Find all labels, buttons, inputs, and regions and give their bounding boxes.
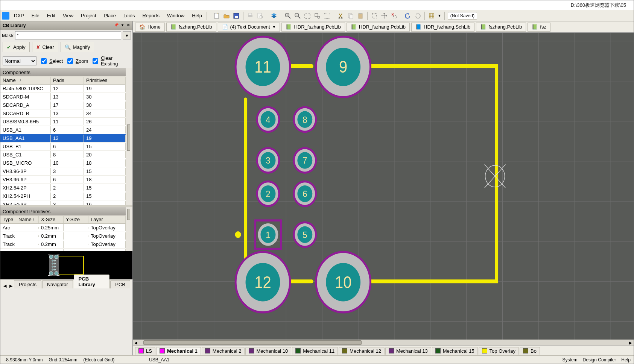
magnify-button[interactable]: 🔍Magnify: [61, 42, 94, 52]
layer-tab[interactable]: Mechanical 11: [292, 347, 338, 355]
new-icon[interactable]: [213, 12, 220, 20]
status-component: USB_AA1: [149, 357, 169, 362]
menu-project[interactable]: Project: [77, 11, 100, 20]
open-icon[interactable]: [223, 12, 230, 20]
menu-file[interactable]: File: [28, 11, 43, 20]
move-icon[interactable]: [380, 12, 388, 20]
primitives-table[interactable]: Type Name / X-Size Y-Size Layer Arc0.25m…: [0, 215, 126, 251]
layer-tab[interactable]: Bo: [520, 347, 540, 355]
layers-icon[interactable]: [270, 12, 278, 20]
table-row[interactable]: Track0.2mmTopOverlay: [0, 240, 126, 249]
apply-button[interactable]: ✔Apply: [3, 42, 30, 52]
zoom-sel-icon[interactable]: [323, 12, 331, 20]
primitives-scrollbar[interactable]: [126, 207, 132, 251]
table-row[interactable]: SDCARD-M1330: [0, 93, 126, 101]
save-icon[interactable]: [233, 12, 240, 20]
document-tab[interactable]: 📗HDR_fszhang.PcbLib: [281, 23, 345, 32]
mode-select[interactable]: Normal: [3, 56, 36, 65]
pcb-canvas[interactable]: 11 9 12 10 4 3 2 1 8 7 6 5 ◀ ▶: [133, 33, 634, 346]
pad-10: 10: [315, 251, 371, 313]
zoom-window-icon[interactable]: [313, 12, 321, 20]
table-row[interactable]: USB_A1624: [0, 126, 126, 134]
table-row[interactable]: VH3.96-3P315: [0, 167, 126, 176]
tab-projects[interactable]: Projects: [14, 280, 41, 288]
table-row[interactable]: XH2.54-2PH215: [0, 192, 126, 200]
document-tab[interactable]: 📗fszhang.PcbLib: [166, 23, 216, 32]
close-icon[interactable]: ✕: [126, 22, 131, 27]
layer-tab[interactable]: Top Overlay: [479, 347, 519, 355]
document-tab[interactable]: 📗fszhang.PcbLib: [476, 23, 526, 32]
svg-rect-21: [350, 15, 353, 19]
status-help[interactable]: Help: [621, 357, 631, 362]
tab-scroll-left[interactable]: ◀: [2, 284, 8, 288]
table-row[interactable]: USB/SM0.8-6H51126: [0, 118, 126, 126]
tab-pcb-library[interactable]: PCB Library: [74, 275, 110, 288]
layer-tab[interactable]: LS: [135, 347, 155, 355]
layer-tab[interactable]: Mechanical 13: [385, 347, 431, 355]
document-tab[interactable]: 🏠Home: [135, 23, 165, 32]
cut-icon[interactable]: [337, 12, 345, 20]
table-row[interactable]: SDCARD_B1334: [0, 109, 126, 118]
paste-icon[interactable]: [357, 12, 364, 20]
layer-tab[interactable]: Mechanical 12: [339, 347, 385, 355]
components-table[interactable]: Name / Pads Primitives RJ45-5803-10P8C12…: [0, 76, 126, 205]
table-row[interactable]: USB_AA11219: [0, 134, 126, 143]
table-row[interactable]: RJ45-5803-10P8C1219: [0, 85, 126, 93]
menu-tools[interactable]: Tools: [120, 11, 138, 20]
menu-view[interactable]: View: [59, 11, 77, 20]
document-tab[interactable]: 📗HDR_fszhang.PcbLib: [347, 23, 410, 32]
menu-window[interactable]: Window: [163, 11, 188, 20]
table-row[interactable]: USB_C1820: [0, 151, 126, 159]
svg-point-37: [55, 255, 58, 259]
menu-drop-icon[interactable]: ▾: [120, 22, 125, 27]
components-header: Components: [0, 68, 126, 76]
status-design-compiler[interactable]: Design Compiler: [583, 357, 616, 362]
menu-edit[interactable]: Edit: [43, 11, 59, 20]
menu-place[interactable]: Place: [100, 11, 120, 20]
document-tab[interactable]: 📗fsz: [528, 23, 550, 32]
table-row[interactable]: XH2.54-3P316: [0, 200, 126, 205]
zoom-fit-icon[interactable]: [304, 12, 311, 20]
document-tab[interactable]: 📘HDR_fszhang.SchLib: [411, 23, 474, 32]
grid-icon[interactable]: [428, 12, 435, 20]
table-row[interactable]: USB_MICRO1018: [0, 159, 126, 167]
menu-help[interactable]: Help: [188, 11, 206, 20]
layer-tab[interactable]: Mechanical 2: [202, 347, 245, 355]
layer-tab[interactable]: Mechanical 10: [245, 347, 291, 355]
pin-icon[interactable]: 📌: [114, 22, 119, 27]
table-row[interactable]: SDCARD_A1730: [0, 101, 126, 109]
status-system[interactable]: System: [563, 357, 578, 362]
canvas-scrollbar-h[interactable]: ◀ ▶: [133, 340, 634, 346]
tab-navigator[interactable]: Navigator: [42, 280, 73, 288]
tab-scroll-right[interactable]: ▶: [8, 284, 14, 288]
print-icon[interactable]: [246, 12, 254, 20]
table-row[interactable]: XH2.54-2P215: [0, 184, 126, 192]
undo-icon[interactable]: [404, 12, 412, 20]
tab-pcb[interactable]: PCB: [110, 280, 130, 288]
layer-tab[interactable]: Mechanical 1: [156, 347, 201, 355]
menu-reports[interactable]: Reports: [138, 11, 163, 20]
mask-input[interactable]: [15, 31, 121, 39]
table-row[interactable]: Track0.2mmTopOverlay: [0, 232, 126, 240]
table-row[interactable]: Arc0.25mmTopOverlay: [0, 224, 126, 232]
redo-icon[interactable]: [414, 12, 421, 20]
zoom-out-icon[interactable]: [294, 12, 301, 20]
copy-icon[interactable]: [347, 12, 354, 20]
menu-dxp[interactable]: DXP: [10, 11, 28, 20]
zoom-in-icon[interactable]: [284, 12, 292, 20]
layer-tab[interactable]: Mechanical 15: [432, 347, 478, 355]
zoom-checkbox[interactable]: Zoom: [66, 57, 88, 65]
deselect-icon[interactable]: [390, 12, 398, 20]
mask-dropdown[interactable]: ▾: [123, 31, 131, 39]
grid-dropdown-icon[interactable]: ▼: [438, 14, 441, 18]
select-checkbox[interactable]: Select: [40, 57, 63, 65]
table-row[interactable]: VH3.96-6P618: [0, 176, 126, 184]
table-row[interactable]: USB_B1615: [0, 143, 126, 151]
clear-existing-checkbox[interactable]: Clear Existing: [91, 55, 130, 67]
clear-button[interactable]: ✘Clear: [32, 42, 58, 52]
not-saved-label[interactable]: (Not Saved): [448, 12, 477, 20]
select-rect-icon[interactable]: [371, 12, 378, 20]
print-preview-icon[interactable]: [256, 12, 264, 20]
document-tab[interactable]: 📄(4) Text Document▼: [218, 23, 280, 32]
components-scrollbar[interactable]: [126, 68, 132, 205]
